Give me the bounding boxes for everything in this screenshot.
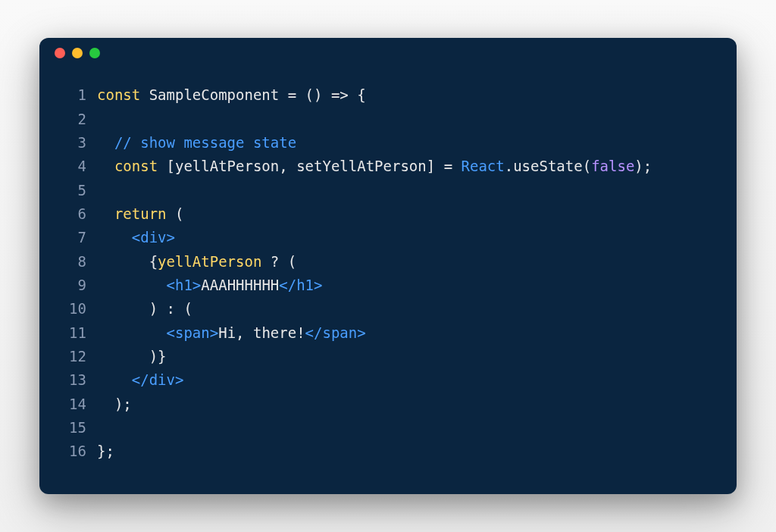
- code-line: 12 )}: [62, 345, 714, 368]
- line-number: 7: [62, 226, 86, 249]
- line-number: 4: [62, 155, 86, 178]
- line-number: 10: [62, 297, 86, 321]
- line-content: {yellAtPerson ? (: [97, 250, 296, 274]
- line-content: <h1>AAAHHHHHH</h1>: [97, 274, 323, 297]
- code-line: 1 const SampleComponent = () => {: [62, 83, 714, 107]
- code-line: 5: [62, 179, 714, 202]
- code-line: 11 <span>Hi, there!</span>: [62, 321, 714, 345]
- minimize-icon[interactable]: [72, 48, 83, 58]
- window-titlebar: [39, 38, 737, 68]
- code-line: 4 const [yellAtPerson, setYellAtPerson] …: [62, 155, 714, 178]
- line-number: 3: [62, 131, 86, 155]
- code-line: 9 <h1>AAAHHHHHH</h1>: [62, 274, 714, 297]
- line-content: const SampleComponent = () => {: [97, 83, 366, 107]
- code-line: 8 {yellAtPerson ? (: [62, 250, 714, 274]
- code-line: 3 // show message state: [62, 131, 714, 155]
- line-content: // show message state: [97, 131, 296, 155]
- line-number: 9: [62, 274, 86, 297]
- line-number: 2: [62, 108, 86, 131]
- line-number: 11: [62, 321, 86, 345]
- code-window: 1 const SampleComponent = () => { 2 3 //…: [39, 38, 737, 494]
- line-content: const [yellAtPerson, setYellAtPerson] = …: [97, 155, 652, 178]
- code-line: 13 </div>: [62, 368, 714, 392]
- code-editor[interactable]: 1 const SampleComponent = () => { 2 3 //…: [39, 68, 737, 494]
- maximize-icon[interactable]: [89, 48, 100, 58]
- line-content: <span>Hi, there!</span>: [97, 321, 366, 345]
- line-content: <div>: [97, 226, 175, 249]
- line-number: 15: [62, 416, 86, 440]
- line-content: )}: [97, 345, 167, 368]
- line-content: );: [97, 393, 132, 416]
- line-number: 8: [62, 250, 86, 274]
- line-number: 1: [62, 83, 86, 107]
- line-number: 12: [62, 345, 86, 368]
- code-line: 16 };: [62, 440, 714, 463]
- code-line: 15: [62, 416, 714, 440]
- code-line: 6 return (: [62, 202, 714, 226]
- line-number: 14: [62, 393, 86, 416]
- close-icon[interactable]: [55, 48, 65, 58]
- line-number: 13: [62, 368, 86, 392]
- code-line: 10 ) : (: [62, 297, 714, 321]
- line-content: };: [97, 440, 114, 463]
- line-number: 6: [62, 202, 86, 226]
- line-number: 16: [62, 440, 86, 463]
- line-number: 5: [62, 179, 86, 202]
- line-content: ) : (: [97, 297, 192, 321]
- line-content: </div>: [97, 368, 183, 392]
- code-line: 7 <div>: [62, 226, 714, 249]
- line-content: return (: [97, 202, 183, 226]
- code-line: 2: [62, 108, 714, 131]
- code-line: 14 );: [62, 393, 714, 416]
